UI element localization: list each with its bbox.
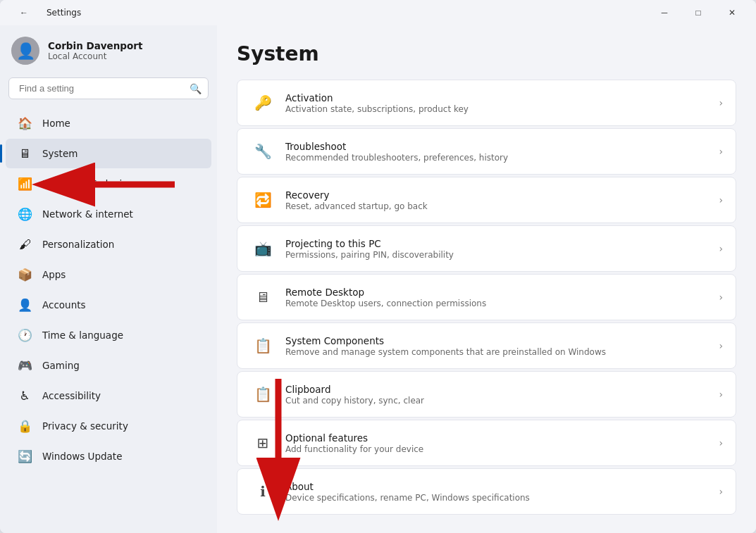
settings-icon-recovery: 🔁 xyxy=(250,187,275,213)
settings-desc-projecting: Permissions, pairing PIN, discoverabilit… xyxy=(285,250,713,260)
nav-icon-network: 🌐 xyxy=(17,206,32,222)
nav-list: 🏠 Home 🖥 System 📶 Bluetooth & devices 🌐 … xyxy=(0,105,217,475)
sidebar-item-privacy[interactable]: 🔒 Privacy & security xyxy=(6,411,211,441)
settings-item-recovery[interactable]: 🔁 Recovery Reset, advanced startup, go b… xyxy=(237,177,736,223)
sidebar-item-label: Time & language xyxy=(42,330,123,341)
nav-icon-system: 🖥 xyxy=(17,146,32,161)
maximize-button[interactable]: □ xyxy=(683,2,714,23)
settings-desc-clipboard: Cut and copy history, sync, clear xyxy=(285,396,713,406)
settings-icon-troubleshoot: 🔧 xyxy=(250,139,275,164)
avatar-icon: 👤 xyxy=(16,42,35,60)
main-content: System 🔑 Activation Activation state, su… xyxy=(217,25,756,533)
settings-title-activation: Activation xyxy=(285,92,713,104)
nav-icon-accessibility: ♿ xyxy=(17,388,32,403)
settings-item-system-components[interactable]: 📋 System Components Remove and manage sy… xyxy=(237,322,736,369)
settings-item-clipboard[interactable]: 📋 Clipboard Cut and copy history, sync, … xyxy=(237,371,736,418)
settings-icon-clipboard: 📋 xyxy=(250,382,275,407)
settings-title-projecting: Projecting to this PC xyxy=(285,238,713,249)
settings-desc-activation: Activation state, subscriptions, product… xyxy=(285,104,713,114)
sidebar-item-network[interactable]: 🌐 Network & internet xyxy=(6,199,211,229)
settings-desc-recovery: Reset, advanced startup, go back xyxy=(285,201,713,211)
window-title: Settings xyxy=(47,8,81,18)
page-title: System xyxy=(237,42,736,65)
sidebar-item-label: Network & internet xyxy=(42,208,133,220)
user-type: Local Account xyxy=(48,51,142,61)
settings-icon-activation: 🔑 xyxy=(250,90,275,115)
close-button[interactable]: ✕ xyxy=(717,2,748,23)
sidebar: 👤 Corbin Davenport Local Account 🔍 🏠 Hom… xyxy=(0,25,217,533)
sidebar-item-label: Gaming xyxy=(42,360,80,371)
sidebar-item-personalization[interactable]: 🖌 Personalization xyxy=(6,230,211,259)
settings-icon-remote-desktop: 🖥 xyxy=(250,284,275,310)
sidebar-item-accessibility[interactable]: ♿ Accessibility xyxy=(6,381,211,410)
settings-item-troubleshoot[interactable]: 🔧 Troubleshoot Recommended troubleshoote… xyxy=(237,128,736,175)
settings-arrow-system-components: › xyxy=(719,340,723,351)
sidebar-item-label: Accounts xyxy=(42,299,86,311)
settings-arrow-clipboard: › xyxy=(719,389,723,400)
search-box[interactable]: 🔍 xyxy=(8,77,209,99)
avatar: 👤 xyxy=(11,37,39,65)
sidebar-item-label: Accessibility xyxy=(42,390,101,401)
settings-desc-remote-desktop: Remote Desktop users, connection permiss… xyxy=(285,299,713,308)
sidebar-item-label: Privacy & security xyxy=(42,420,128,432)
sidebar-item-accounts[interactable]: 👤 Accounts xyxy=(6,290,211,320)
settings-item-projecting[interactable]: 📺 Projecting to this PC Permissions, pai… xyxy=(237,225,736,272)
minimize-button[interactable]: ─ xyxy=(649,2,680,23)
settings-title-clipboard: Clipboard xyxy=(285,384,713,395)
search-icon: 🔍 xyxy=(190,83,202,94)
settings-desc-system-components: Remove and manage system components that… xyxy=(285,347,713,357)
nav-icon-bluetooth: 📶 xyxy=(17,176,32,192)
sidebar-item-home[interactable]: 🏠 Home xyxy=(6,108,211,138)
back-button[interactable]: ← xyxy=(8,2,39,23)
nav-icon-personalization: 🖌 xyxy=(17,237,32,252)
settings-desc-troubleshoot: Recommended troubleshooters, preferences… xyxy=(285,153,713,163)
nav-icon-accounts: 👤 xyxy=(17,297,32,313)
settings-title-system-components: System Components xyxy=(285,335,713,346)
sidebar-item-system[interactable]: 🖥 System xyxy=(6,139,211,168)
sidebar-item-apps[interactable]: 📦 Apps xyxy=(6,260,211,289)
settings-item-optional-features[interactable]: ⊞ Optional features Add functionality fo… xyxy=(237,420,736,466)
settings-arrow-remote-desktop: › xyxy=(719,291,723,303)
nav-icon-update: 🔄 xyxy=(17,449,32,464)
settings-icon-system-components: 📋 xyxy=(250,333,275,358)
settings-item-remote-desktop[interactable]: 🖥 Remote Desktop Remote Desktop users, c… xyxy=(237,274,736,320)
sidebar-item-label: Home xyxy=(42,118,70,129)
sidebar-item-label: System xyxy=(42,148,78,159)
settings-desc-about: Device specifications, rename PC, Window… xyxy=(285,493,713,503)
window-controls: ─ □ ✕ xyxy=(649,2,748,23)
nav-icon-privacy: 🔒 xyxy=(17,418,32,434)
sidebar-item-label: Apps xyxy=(42,269,66,280)
settings-arrow-activation: › xyxy=(719,97,723,108)
user-profile[interactable]: 👤 Corbin Davenport Local Account xyxy=(0,25,217,75)
sidebar-item-bluetooth[interactable]: 📶 Bluetooth & devices xyxy=(6,169,211,199)
sidebar-item-gaming[interactable]: 🎮 Gaming xyxy=(6,351,211,380)
sidebar-item-time[interactable]: 🕐 Time & language xyxy=(6,320,211,350)
sidebar-item-label: Windows Update xyxy=(42,451,122,462)
sidebar-item-label: Bluetooth & devices xyxy=(42,178,138,189)
settings-icon-about: ℹ xyxy=(250,479,275,504)
settings-icon-projecting: 📺 xyxy=(250,236,275,261)
settings-item-activation[interactable]: 🔑 Activation Activation state, subscript… xyxy=(237,80,736,126)
settings-list: 🔑 Activation Activation state, subscript… xyxy=(237,80,736,515)
nav-icon-time: 🕐 xyxy=(17,327,32,343)
settings-title-about: About xyxy=(285,481,713,492)
settings-title-troubleshoot: Troubleshoot xyxy=(285,141,713,152)
nav-icon-home: 🏠 xyxy=(17,115,32,131)
settings-title-recovery: Recovery xyxy=(285,189,713,201)
settings-arrow-projecting: › xyxy=(719,243,723,254)
settings-title-optional-features: Optional features xyxy=(285,432,713,444)
sidebar-item-label: Personalization xyxy=(42,239,114,250)
settings-title-remote-desktop: Remote Desktop xyxy=(285,287,713,298)
settings-arrow-about: › xyxy=(719,486,723,497)
nav-icon-gaming: 🎮 xyxy=(17,358,32,373)
titlebar: ← Settings ─ □ ✕ xyxy=(0,0,756,25)
nav-icon-apps: 📦 xyxy=(17,267,32,282)
settings-icon-optional-features: ⊞ xyxy=(250,430,275,456)
search-input[interactable] xyxy=(8,77,209,99)
settings-item-about[interactable]: ℹ About Device specifications, rename PC… xyxy=(237,468,736,515)
sidebar-item-update[interactable]: 🔄 Windows Update xyxy=(6,441,211,471)
settings-desc-optional-features: Add functionality for your device xyxy=(285,444,713,454)
settings-arrow-troubleshoot: › xyxy=(719,146,723,157)
user-name: Corbin Davenport xyxy=(48,40,142,51)
user-info: Corbin Davenport Local Account xyxy=(48,40,142,61)
